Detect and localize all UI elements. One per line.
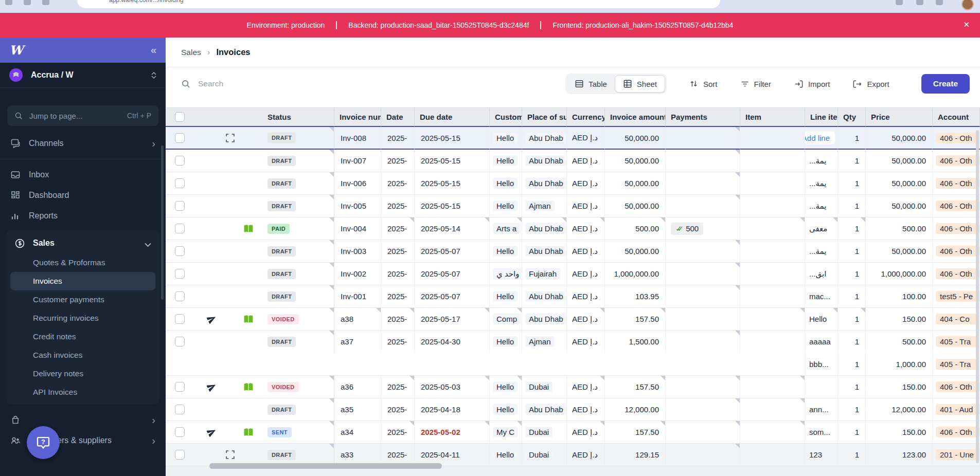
row-checkbox[interactable] xyxy=(175,133,185,143)
browser-control-icon[interactable] xyxy=(5,0,12,5)
cell-price[interactable]: 50,000.00 xyxy=(866,195,933,217)
cell-price[interactable]: 500.00 xyxy=(866,331,933,353)
cell-price[interactable]: 50,000.00 xyxy=(866,127,933,150)
cell-invoice-number[interactable]: a37 xyxy=(334,331,381,353)
cell-invoice-amount[interactable]: 157.50 xyxy=(605,421,666,444)
cell-payments[interactable] xyxy=(666,263,740,285)
cell-place-of-supply[interactable]: Abu Dhab xyxy=(522,172,567,195)
cell-payments[interactable] xyxy=(666,376,740,398)
cell-price[interactable]: 1,000,000.00 xyxy=(866,263,933,285)
cell-invoice-amount[interactable]: 50,000.00 xyxy=(605,240,666,263)
cell-status[interactable]: DRAFT xyxy=(257,398,334,421)
horizontal-scrollbar[interactable] xyxy=(209,463,442,469)
workspace-selector[interactable]: Accrua / W xyxy=(0,63,166,88)
cell-item[interactable] xyxy=(740,398,805,421)
row-checkbox[interactable] xyxy=(175,314,185,324)
help-button[interactable]: ? xyxy=(27,426,60,459)
cell-invoice-number[interactable]: Inv-004 xyxy=(334,217,381,240)
cell-account[interactable]: 404 - Co xyxy=(933,308,980,331)
cell-currency[interactable]: AED د.إ xyxy=(567,398,605,421)
cell-date[interactable]: 2025- xyxy=(381,376,415,398)
cell-qty[interactable]: 1 xyxy=(838,444,866,466)
cell-item[interactable] xyxy=(740,376,805,398)
cell-date[interactable]: 2025- xyxy=(381,150,415,172)
bookmark-icon[interactable] xyxy=(916,0,923,5)
create-button[interactable]: Create xyxy=(921,74,970,94)
cell-place-of-supply[interactable]: Dubai xyxy=(522,376,567,398)
cell-status[interactable]: DRAFT xyxy=(257,172,334,195)
sort-button[interactable]: Sort xyxy=(689,79,718,88)
sidebar-collapse-icon[interactable]: « xyxy=(151,44,156,56)
cell-payments[interactable] xyxy=(666,285,740,308)
cell-status[interactable]: SENT xyxy=(257,421,334,444)
cell-invoice-amount[interactable]: 12,000.00 xyxy=(605,398,666,421)
cell-currency[interactable]: AED د.إ xyxy=(567,285,605,308)
cell-currency[interactable]: AED د.إ xyxy=(567,421,605,444)
column-header-place[interactable]: Place of supply xyxy=(522,107,567,127)
cell-qty[interactable]: 1 xyxy=(838,353,866,376)
cell-place-of-supply[interactable]: Abu Dhab xyxy=(522,240,567,263)
cell-date[interactable]: 2025- xyxy=(381,195,415,217)
cell-line-item[interactable]: aaaaa xyxy=(805,331,838,353)
sidebar-item-quotes-proformas[interactable]: Quotes & Proformas xyxy=(10,253,155,272)
sidebar-item-customer-payments[interactable]: Customer payments xyxy=(10,290,155,309)
cell-qty[interactable]: 1 xyxy=(838,240,866,263)
cell-invoice-number[interactable]: Inv-006 xyxy=(334,172,381,195)
cell-currency[interactable]: AED د.إ xyxy=(567,217,605,240)
cell-line-item[interactable]: ...ابق xyxy=(805,263,838,285)
row-checkbox[interactable] xyxy=(175,291,185,301)
cell-account[interactable]: 401 - Aud xyxy=(933,398,980,421)
cell-payments[interactable] xyxy=(666,331,740,353)
cell-item[interactable] xyxy=(740,127,805,150)
cell-qty[interactable]: 1 xyxy=(838,308,866,331)
cell-customer[interactable]: Hello xyxy=(490,376,522,398)
row-checkbox[interactable] xyxy=(175,427,185,437)
cell-price[interactable]: 1,000.00 xyxy=(866,353,933,376)
row-checkbox[interactable] xyxy=(175,156,185,166)
cell-item[interactable] xyxy=(740,285,805,308)
cell-invoice-number[interactable]: a34 xyxy=(334,421,381,444)
cell-payments[interactable] xyxy=(666,421,740,444)
cell-currency[interactable]: AED د.إ xyxy=(567,195,605,217)
cell-invoice-number[interactable]: Inv-008 xyxy=(334,127,381,150)
cell-place-of-supply[interactable]: Abu Dhab xyxy=(522,308,567,331)
select-all-checkbox[interactable] xyxy=(175,112,185,122)
extensions-icon[interactable] xyxy=(896,0,903,5)
cell-item[interactable] xyxy=(740,240,805,263)
cell-account[interactable]: 406 - Oth xyxy=(933,376,980,398)
row-checkbox[interactable] xyxy=(175,224,185,233)
cell-customer[interactable]: Hello xyxy=(490,150,522,172)
search-field[interactable] xyxy=(198,79,352,88)
cell-qty[interactable]: 1 xyxy=(838,263,866,285)
cell-status[interactable]: VOIDED xyxy=(257,308,334,331)
cell-date[interactable]: 2025- xyxy=(381,421,415,444)
cell-invoice-number[interactable]: a36 xyxy=(334,376,381,398)
cell-item[interactable] xyxy=(740,172,805,195)
cell-status[interactable]: DRAFT xyxy=(257,127,334,150)
row-checkbox[interactable] xyxy=(175,246,185,256)
cell-price[interactable]: 150.00 xyxy=(866,421,933,444)
browser-reload-icon[interactable] xyxy=(42,0,49,5)
cell-item[interactable] xyxy=(740,217,805,240)
cell-payments[interactable] xyxy=(666,240,740,263)
export-button[interactable]: Export xyxy=(852,79,889,89)
sidebar-item-invoices[interactable]: Invoices xyxy=(10,272,155,290)
cell-line-item[interactable]: ...يمة xyxy=(805,240,838,263)
cell-place-of-supply[interactable]: Ajman xyxy=(522,331,567,353)
cell-price[interactable]: 100.00 xyxy=(866,285,933,308)
column-header-check[interactable] xyxy=(166,107,194,127)
cell-due-date[interactable]: 2025-05-15 xyxy=(415,172,490,195)
cell-account[interactable]: 405 - Tra xyxy=(933,331,980,353)
cell-price[interactable]: 150.00 xyxy=(866,376,933,398)
row-checkbox[interactable] xyxy=(175,382,185,392)
column-header-icons[interactable] xyxy=(194,107,257,127)
cell-invoice-amount[interactable]: 103.95 xyxy=(605,285,666,308)
cell-qty[interactable]: 1 xyxy=(838,398,866,421)
cell-payments[interactable]: ✓✓500 xyxy=(666,217,740,240)
cell-place-of-supply[interactable]: Abu Dhab xyxy=(522,217,567,240)
cell-due-date[interactable]: 2025-05-07 xyxy=(415,285,490,308)
cell-item[interactable] xyxy=(740,195,805,217)
cell-line-item[interactable]: som... xyxy=(805,421,838,444)
cell-status[interactable]: DRAFT xyxy=(257,150,334,172)
cell-date[interactable]: 2025- xyxy=(381,398,415,421)
